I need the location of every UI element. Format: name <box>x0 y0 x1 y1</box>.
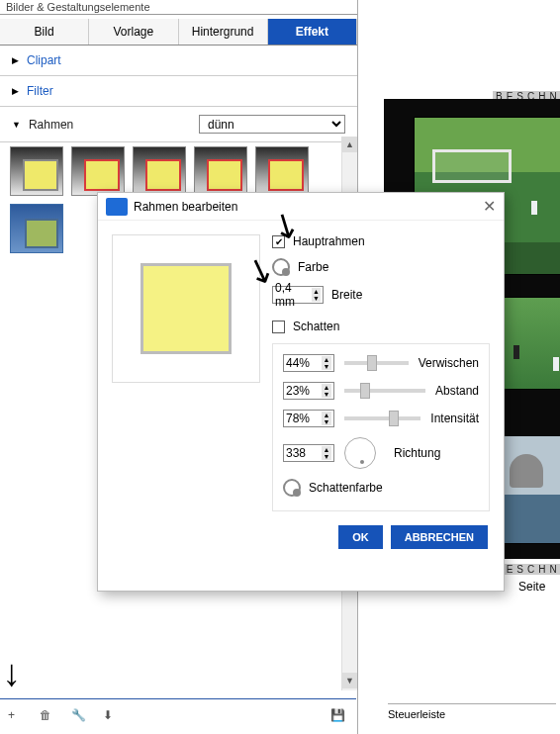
expand-icon: ▶ <box>12 55 19 65</box>
add-icon[interactable]: + <box>8 708 26 726</box>
thickness-select[interactable]: dünn <box>199 115 345 134</box>
frame-edit-dialog: Rahmen bearbeiten ✕ ✔ Hauptrahmen Farbe … <box>97 192 505 592</box>
abstand-spinner[interactable]: 23%▲▼ <box>283 382 334 400</box>
accordion-filter[interactable]: ▶Filter <box>0 76 357 107</box>
section-label: Rahmen <box>29 118 73 132</box>
abstand-label: Abstand <box>435 384 479 398</box>
frame-thumb-selected[interactable] <box>10 204 63 253</box>
dialog-frame-preview <box>112 234 260 383</box>
richtung-spinner[interactable]: 338▲▼ <box>283 444 334 462</box>
annotation-arrow: ↓ <box>2 652 21 694</box>
schatten-label: Schatten <box>293 320 339 333</box>
tab-vorlage[interactable]: Vorlage <box>89 19 178 45</box>
palette-icon[interactable] <box>283 479 301 497</box>
trash-icon[interactable]: 🗑 <box>40 708 57 726</box>
hauptrahmen-checkbox[interactable]: ✔ <box>272 235 285 248</box>
download-icon[interactable]: ⬇ <box>103 708 121 726</box>
richtung-dial[interactable] <box>344 437 376 469</box>
intensitaet-label: Intensität <box>430 412 479 425</box>
frame-thumb[interactable] <box>133 146 186 196</box>
scroll-up-icon[interactable]: ▲ <box>342 137 357 152</box>
schattenfarbe-label: Schattenfarbe <box>309 481 383 495</box>
intensitaet-slider[interactable] <box>344 416 420 420</box>
farbe-label: Farbe <box>298 260 328 274</box>
intensitaet-spinner[interactable]: 78%▲▼ <box>283 410 334 427</box>
frame-thumb[interactable] <box>194 146 247 196</box>
tab-effekt[interactable]: Effekt <box>268 19 357 45</box>
bottom-toolbar: + 🗑 🔧 ⬇ 💾 <box>0 698 356 734</box>
dialog-title: Rahmen bearbeiten <box>134 200 237 214</box>
wrench-icon[interactable]: 🔧 <box>71 708 89 726</box>
accordion-rahmen[interactable]: ▼ Rahmen dünn <box>0 107 357 142</box>
cancel-button[interactable]: ABBRECHEN <box>391 525 488 549</box>
close-icon[interactable]: ✕ <box>483 197 496 216</box>
frame-thumb[interactable] <box>71 146 125 196</box>
section-label: Filter <box>27 84 53 98</box>
hauptrahmen-label: Hauptrahmen <box>293 234 365 248</box>
ok-button[interactable]: OK <box>338 525 383 549</box>
section-label: Clipart <box>27 53 61 67</box>
panel-title: Bilder & Gestaltungselemente <box>0 0 357 15</box>
palette-icon[interactable] <box>272 258 290 276</box>
frame-thumb[interactable] <box>255 146 309 196</box>
verwischen-spinner[interactable]: 44%▲▼ <box>283 354 334 372</box>
collapse-icon: ▼ <box>12 120 21 130</box>
breite-label: Breite <box>331 288 362 302</box>
scroll-down-icon[interactable]: ▼ <box>342 673 357 688</box>
breite-value: 0,4 mm <box>275 281 312 309</box>
accordion-clipart[interactable]: ▶Clipart <box>0 46 357 76</box>
page-label: Seite <box>518 580 545 594</box>
tabs: Bild Vorlage Hintergrund Effekt <box>0 19 357 46</box>
dialog-titlebar: Rahmen bearbeiten ✕ <box>98 193 504 221</box>
tab-bild[interactable]: Bild <box>0 19 89 45</box>
richtung-label: Richtung <box>394 446 440 460</box>
expand-icon: ▶ <box>12 86 19 96</box>
save-icon[interactable]: 💾 <box>330 708 348 726</box>
breite-spinner[interactable]: 0,4 mm ▲▼ <box>272 286 324 304</box>
frame-thumb[interactable] <box>10 146 63 196</box>
verwischen-label: Verwischen <box>419 356 479 370</box>
verwischen-slider[interactable] <box>344 361 409 365</box>
steuerleiste-label: Steuerleiste <box>388 703 556 720</box>
schatten-checkbox[interactable] <box>272 321 285 333</box>
abstand-slider[interactable] <box>344 389 425 393</box>
tab-hintergrund[interactable]: Hintergrund <box>179 19 268 45</box>
app-logo-icon <box>106 198 128 216</box>
shadow-group: 44%▲▼ Verwischen 23%▲▼ Abstand 78%▲▼ Int… <box>272 343 490 511</box>
